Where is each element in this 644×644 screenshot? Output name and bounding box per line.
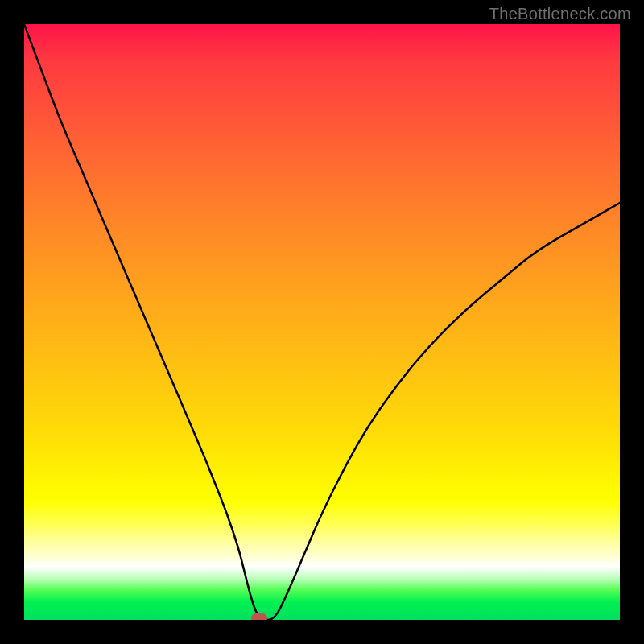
plot-area <box>24 24 620 620</box>
optimal-point-marker <box>251 613 267 620</box>
chart-frame: TheBottleneck.com <box>0 0 644 644</box>
bottleneck-curve <box>24 24 620 620</box>
attribution-text: TheBottleneck.com <box>489 5 631 23</box>
